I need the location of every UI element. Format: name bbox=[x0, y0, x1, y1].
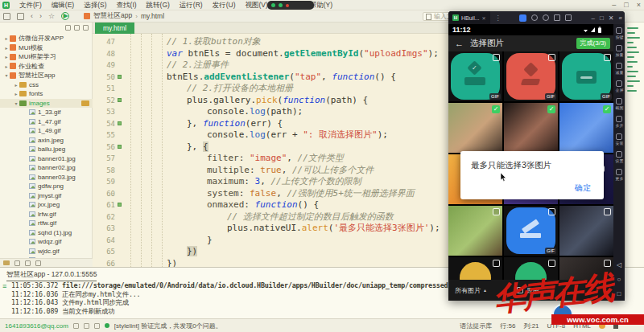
grid-tile[interactable]: ✓ bbox=[448, 103, 502, 153]
tree-item-1_47gif[interactable]: 1_47.gif bbox=[0, 117, 93, 127]
statusbar-icon-c[interactable] bbox=[94, 323, 100, 329]
tree-item-jmystgif[interactable]: jmyst.gif bbox=[0, 191, 93, 201]
unselected-checkbox[interactable] bbox=[548, 208, 555, 215]
selected-checkbox[interactable]: ✓ bbox=[547, 105, 555, 113]
tab-my-html[interactable]: my.html bbox=[95, 23, 134, 34]
emulator-window-icon[interactable] bbox=[565, 14, 572, 21]
statusbar-icon-a[interactable] bbox=[73, 323, 79, 329]
menu-item-E[interactable]: 编辑(E) bbox=[47, 0, 79, 10]
cursor-col[interactable]: 列:21 bbox=[523, 322, 539, 330]
menu-item-G[interactable]: 跳转(G) bbox=[142, 0, 175, 10]
fold-marker-icon[interactable] bbox=[118, 98, 122, 102]
explorer-menu-icon[interactable] bbox=[83, 25, 89, 31]
emulator-account-icon[interactable] bbox=[543, 14, 549, 21]
emulator-tab[interactable]: H HBuil... ✕ bbox=[448, 11, 490, 24]
tree-item-MUI[interactable]: ▸MUI框架学习 bbox=[0, 52, 93, 62]
original-checkbox[interactable] bbox=[517, 287, 523, 293]
console-menu-icon[interactable]: ≡ bbox=[2, 282, 6, 290]
sidebar-button-更多[interactable]: 更多 bbox=[615, 169, 624, 182]
maximize-button[interactable]: □ bbox=[624, 0, 628, 10]
new-file-icon[interactable] bbox=[3, 13, 10, 20]
run-icon[interactable]: ▶ bbox=[61, 12, 69, 20]
breadcrumb-project[interactable]: 智慧社区app bbox=[93, 11, 132, 21]
emulator-menu-icon[interactable]: ⋮ bbox=[495, 14, 502, 22]
cursor-line[interactable]: 行:56 bbox=[500, 322, 515, 330]
emulator-tab-close-icon[interactable]: ✕ bbox=[482, 15, 486, 21]
fold-marker-icon[interactable] bbox=[118, 75, 122, 79]
tree-item-css[interactable]: ▸css bbox=[0, 80, 93, 90]
sidebar-button-安装[interactable]: 安装 bbox=[615, 133, 624, 146]
grid-tile[interactable]: GIF bbox=[504, 206, 558, 256]
tree-item-banner03jpg[interactable]: banner03.jpg bbox=[0, 173, 93, 182]
close-button[interactable]: × bbox=[637, 0, 641, 10]
explorer-refresh-icon[interactable] bbox=[25, 260, 31, 266]
tree-item-wdqzgif[interactable]: wdqz.gif bbox=[0, 237, 93, 247]
tree-item-jxxjpeg[interactable]: jxx.jpeg bbox=[0, 200, 93, 210]
menu-item-R[interactable]: 运行(R) bbox=[175, 0, 208, 10]
tree-item-rtfwgif[interactable]: rtfw.gif bbox=[0, 219, 93, 228]
android-back-button[interactable]: ◁ bbox=[617, 261, 621, 268]
grid-tile[interactable]: GIF bbox=[559, 51, 613, 101]
explorer-search-icon[interactable] bbox=[14, 260, 20, 266]
grid-tile[interactable] bbox=[559, 257, 613, 280]
tree-item-wjdcgif[interactable]: wjdc.gif bbox=[0, 247, 93, 256]
alert-confirm-button[interactable]: 确定 bbox=[575, 182, 591, 194]
tree-item-1_33gif[interactable]: 1_33.gif bbox=[0, 108, 93, 117]
selected-checkbox[interactable]: ✓ bbox=[603, 105, 611, 113]
grid-tile[interactable]: ✓ bbox=[559, 103, 613, 153]
sidebar-button-加量[interactable]: 加量 bbox=[615, 45, 624, 58]
save-icon[interactable] bbox=[17, 13, 24, 20]
grid-tile[interactable]: ✓ bbox=[504, 103, 558, 153]
new-folder-icon[interactable] bbox=[3, 260, 10, 265]
lint-message[interactable]: [stylelint] 验证完成，共发现0个问题。 bbox=[114, 322, 222, 330]
back-icon[interactable]: ‹ bbox=[31, 10, 33, 23]
fold-marker-icon[interactable] bbox=[118, 203, 122, 207]
tree-item-APP[interactable]: ▸仿微信开发APP bbox=[0, 34, 93, 43]
grid-tile[interactable]: GIF bbox=[504, 51, 558, 101]
explorer-settings-icon[interactable] bbox=[35, 260, 41, 266]
sidebar-button-减量[interactable]: 减量 bbox=[615, 63, 624, 76]
breadcrumb-file[interactable]: my.html bbox=[141, 12, 164, 20]
favorite-icon[interactable]: ☆ bbox=[48, 10, 55, 23]
account-email[interactable]: 1641893616@qq.com bbox=[5, 322, 68, 330]
sidebar-button-按键[interactable]: 按键 bbox=[615, 27, 624, 40]
android-home-button[interactable]: ○ bbox=[617, 276, 621, 283]
grid-tile[interactable] bbox=[559, 206, 613, 256]
tree-item-gdfwpng[interactable]: gdfw.png bbox=[0, 182, 93, 191]
forward-icon[interactable]: › bbox=[39, 10, 42, 23]
emulator-search-icon[interactable] bbox=[531, 14, 538, 21]
grid-tile[interactable]: ✓GIF bbox=[448, 51, 502, 101]
explorer-locate-icon[interactable] bbox=[65, 25, 71, 31]
unselected-checkbox[interactable] bbox=[604, 54, 611, 61]
tree-item-MUI[interactable]: ▸MUI模板 bbox=[0, 43, 93, 53]
emulator-collapse-sidebar-icon[interactable]: « bbox=[619, 14, 622, 22]
tree-item-bailujpeg[interactable]: bailu.jpeg bbox=[0, 145, 93, 154]
tree-item-fonts[interactable]: ▸fonts bbox=[0, 89, 93, 99]
unselected-checkbox[interactable] bbox=[604, 208, 611, 215]
console-tab[interactable]: 智慧社区app - 127.0.0.1:5555 bbox=[6, 270, 97, 281]
original-image-option[interactable]: 原图 bbox=[517, 286, 539, 295]
tree-item-images[interactable]: ▾images bbox=[0, 99, 93, 109]
unselected-checkbox[interactable] bbox=[493, 208, 500, 215]
sidebar-button-设置[interactable]: 设置 bbox=[615, 151, 624, 164]
tree-item-banner01jpg[interactable]: banner01.jpg bbox=[0, 154, 93, 164]
android-recent-button[interactable]: □ bbox=[617, 290, 621, 297]
grid-tile[interactable] bbox=[448, 206, 502, 256]
unselected-checkbox[interactable] bbox=[493, 54, 500, 61]
unselected-checkbox[interactable] bbox=[604, 260, 611, 267]
sidebar-button-多开[interactable]: 多开 bbox=[615, 116, 624, 129]
tree-item-sqhd1jpg[interactable]: sqhd (1).jpg bbox=[0, 228, 93, 238]
syntax-hint-lib[interactable]: 语法提示库 bbox=[460, 322, 492, 330]
code-editor[interactable]: 47// 1.获取button对象48var btnEls = document… bbox=[93, 34, 449, 267]
tree-item-lrfwgif[interactable]: lrfw.gif bbox=[0, 210, 93, 219]
quick-folder-icon[interactable] bbox=[81, 100, 89, 106]
emulator-minimize-button[interactable]: – bbox=[592, 14, 595, 22]
gallery-back-icon[interactable]: ← bbox=[455, 39, 464, 48]
grid-tile[interactable] bbox=[504, 257, 558, 280]
emulator-list-icon[interactable] bbox=[554, 14, 560, 21]
fold-marker-icon[interactable] bbox=[118, 145, 122, 149]
statusbar-icon-b[interactable] bbox=[84, 323, 89, 329]
sidebar-button-截图[interactable]: 截图 bbox=[615, 98, 624, 111]
emulator-maximize-button[interactable]: □ bbox=[600, 14, 604, 22]
menu-item-S[interactable]: 选择(S) bbox=[79, 0, 111, 10]
